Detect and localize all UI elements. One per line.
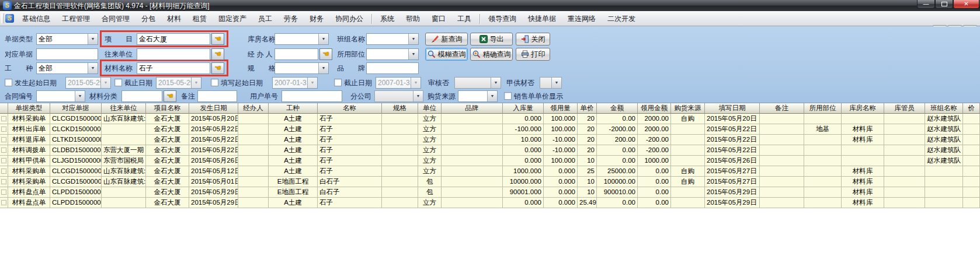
cell[interactable]: -2000.00 (597, 124, 638, 135)
column-header-1[interactable]: 对应单据 (50, 103, 102, 114)
cell[interactable] (884, 124, 925, 135)
cell[interactable]: 0.000 (503, 156, 544, 166)
cell[interactable] (671, 156, 705, 166)
table-row[interactable]: 材料甲供单CLJGD150000001东营市国税局金石大厦2015年05月26日… (0, 156, 980, 166)
cell[interactable]: 2015年05月20日 (705, 114, 760, 124)
cell[interactable]: 材料退库单 (8, 135, 50, 145)
cell[interactable]: 赵水建筑队 (925, 135, 963, 145)
fuzzy-query-button[interactable]: 模糊查询 (425, 48, 468, 61)
cell[interactable]: 0.000 (544, 166, 578, 177)
column-header-11[interactable]: 入库量 (503, 103, 544, 114)
cell[interactable] (442, 166, 503, 177)
cell[interactable]: 金石大厦 (146, 187, 189, 198)
owner-supplied-combo[interactable]: ▼ (540, 77, 562, 89)
cell[interactable]: 白石子 (318, 177, 382, 187)
project-input[interactable]: 金石大厦 (137, 33, 210, 45)
cell[interactable] (884, 198, 925, 208)
row-selector[interactable] (0, 124, 8, 135)
column-header-18[interactable]: 备注 (760, 103, 804, 114)
brand-input[interactable] (366, 62, 419, 74)
table-row[interactable]: 材料出库单CLCKD150000001金石大厦2015年05月22日A土建石子立… (0, 124, 980, 135)
work-type-combo[interactable]: 全部▼ (36, 62, 98, 74)
cell[interactable]: 金石大厦 (146, 135, 189, 145)
cell[interactable]: 200.00 (597, 135, 638, 145)
cell[interactable]: 材料甲供单 (8, 156, 50, 166)
cell[interactable]: 山东百脉建筑: (102, 166, 146, 177)
cell[interactable]: -100.000 (503, 124, 544, 135)
cell[interactable]: A土建 (269, 114, 318, 124)
column-header-5[interactable]: 经办人 (238, 103, 269, 114)
table-row[interactable]: 材料采购单CLCGD150000005山东百脉建筑:金石大厦2015年05月01… (0, 177, 980, 187)
cell[interactable]: -10.000 (544, 135, 578, 145)
cell[interactable]: 0.000 (503, 145, 544, 156)
cell[interactable]: A土建 (269, 156, 318, 166)
column-header-6[interactable]: 工种 (269, 103, 318, 114)
cell[interactable] (442, 135, 503, 145)
column-header-16[interactable]: 购货来源 (671, 103, 705, 114)
cell[interactable] (671, 124, 705, 135)
remark-input[interactable] (197, 90, 237, 102)
cell[interactable]: 立方 (418, 166, 442, 177)
cell[interactable]: 100.000 (544, 156, 578, 166)
cell[interactable]: 2015年05月20日 (189, 114, 238, 124)
cell[interactable] (963, 114, 980, 124)
cell[interactable] (884, 156, 925, 166)
cell[interactable] (382, 198, 418, 208)
cell[interactable]: 10 (578, 177, 597, 187)
column-header-23[interactable]: 价 (963, 103, 980, 114)
cell[interactable]: 2015年05月22日 (705, 135, 760, 145)
fill-start-date[interactable]: 2007-01-31▼ (272, 77, 318, 89)
cell[interactable] (760, 187, 804, 198)
cell[interactable]: 材料库 (842, 124, 884, 135)
cell[interactable]: 20 (578, 124, 597, 135)
cell[interactable] (963, 187, 980, 198)
cell[interactable]: 金石大厦 (146, 124, 189, 135)
cell[interactable]: 2000.00 (638, 124, 671, 135)
counterparty-input[interactable] (137, 48, 210, 60)
cell[interactable] (442, 114, 503, 124)
audited-combo[interactable]: ▼ (454, 77, 501, 89)
cell[interactable]: 材料采购单 (8, 177, 50, 187)
menu-item-重连网络[interactable]: 重连网络 (562, 12, 602, 26)
cell[interactable]: 材料采购单 (8, 166, 50, 177)
cell[interactable] (760, 145, 804, 156)
cell[interactable]: CLCGD150000001 (50, 114, 102, 124)
cell[interactable]: 10 (578, 187, 597, 198)
cell[interactable] (925, 187, 963, 198)
cell[interactable] (760, 156, 804, 166)
warehouse-combo[interactable]: ▼ (274, 33, 329, 45)
row-selector[interactable] (0, 114, 8, 124)
cell[interactable]: 金石大厦 (146, 114, 189, 124)
cell[interactable] (804, 166, 842, 177)
handler-input[interactable] (274, 48, 318, 60)
cell[interactable]: 2015年05月27日 (705, 177, 760, 187)
handler-picker-button[interactable]: ☚ (319, 48, 332, 60)
menu-item-系统[interactable]: 系统 (374, 12, 400, 26)
column-header-2[interactable]: 往来单位 (102, 103, 146, 114)
cell[interactable]: 包 (418, 177, 442, 187)
cell[interactable] (842, 145, 884, 156)
cell[interactable]: 材料盘点单 (8, 198, 50, 208)
team-combo[interactable]: ▼ (366, 33, 419, 45)
row-selector[interactable] (0, 135, 8, 145)
cell[interactable] (382, 187, 418, 198)
close-button[interactable]: ✕ (953, 0, 979, 9)
cell[interactable] (382, 124, 418, 135)
cell[interactable]: 0.00 (638, 166, 671, 177)
cell[interactable]: 石子 (318, 114, 382, 124)
cell[interactable] (382, 177, 418, 187)
column-header-22[interactable]: 班组名称 (925, 103, 963, 114)
cell[interactable]: 20 (578, 145, 597, 156)
cell[interactable] (238, 145, 269, 156)
cell[interactable] (102, 198, 146, 208)
cell[interactable]: 立方 (418, 124, 442, 135)
cell[interactable] (804, 187, 842, 198)
cell[interactable] (804, 135, 842, 145)
cell[interactable]: 自购 (671, 166, 705, 177)
cell[interactable]: 2015年05月22日 (189, 124, 238, 135)
cell[interactable]: E地面工程 (269, 187, 318, 198)
menu-item-员工[interactable]: 员工 (252, 12, 278, 26)
row-selector[interactable] (0, 145, 8, 156)
cell[interactable]: 东营市国税局 (102, 156, 146, 166)
cell[interactable]: 1000.000 (503, 166, 544, 177)
